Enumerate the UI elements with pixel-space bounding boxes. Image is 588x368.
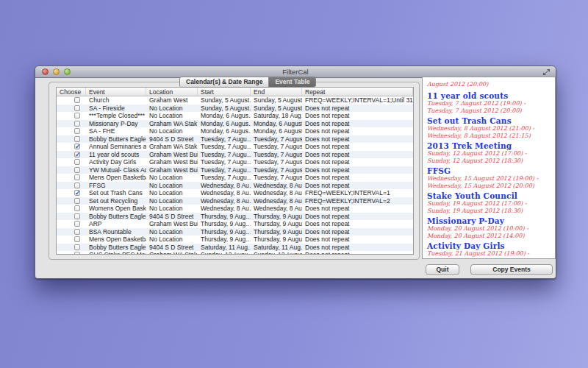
- row-event-cell: Missionary P-Day: [86, 120, 146, 128]
- row-repeat-cell: Does not repeat: [302, 220, 413, 228]
- table-row[interactable]: Set out RecyclingNo LocationWednesday, 8…: [57, 197, 413, 205]
- row-event-cell: SA - Fireside: [86, 105, 146, 113]
- row-checkbox[interactable]: [74, 252, 80, 255]
- event-table-body: ChurchGraham WestSunday, 5 August…Sunday…: [57, 96, 413, 255]
- row-choose-cell: [57, 251, 86, 255]
- row-checkbox[interactable]: [74, 174, 80, 180]
- row-event-cell: Bobby Butters Eagle…: [86, 213, 146, 221]
- table-row[interactable]: Bobby Butters Eagle…9404 S D StreetSatur…: [57, 244, 413, 252]
- preview-event-title: Set out Trash Cans: [427, 116, 551, 125]
- row-checkbox[interactable]: [74, 136, 80, 142]
- row-event-cell: ARP: [86, 220, 146, 228]
- table-row[interactable]: BSA RountableNo LocationThursday, 9 Aug……: [57, 228, 413, 236]
- filtercal-window: FilterCal Calendar(s) & Date Range Event…: [35, 66, 556, 279]
- row-checkbox[interactable]: [74, 198, 80, 204]
- row-end-cell: Saturday, 11 Aug…: [251, 244, 302, 252]
- fullscreen-icon[interactable]: [542, 68, 551, 76]
- row-repeat-cell: Does not repeat: [302, 251, 413, 255]
- preview-event-dates: Wednesday, 8 August 2012 (21:00) - Wedne…: [427, 125, 551, 140]
- row-repeat-cell: Does not repeat: [302, 135, 413, 144]
- row-checkbox[interactable]: [74, 236, 80, 242]
- row-checkbox[interactable]: ✓: [74, 190, 80, 196]
- header-repeat[interactable]: Repeat: [302, 88, 413, 96]
- row-start-cell: Thursday, 9 Aug…: [198, 236, 251, 244]
- row-choose-cell: [57, 135, 86, 144]
- row-location-cell: No Location: [146, 174, 198, 182]
- row-checkbox[interactable]: [74, 244, 80, 250]
- preview-event-dates: Sunday, 12 August 2012 (17:00) - Sunday,…: [427, 150, 551, 165]
- row-start-cell: Thursday, 9 Aug…: [198, 220, 251, 228]
- table-row[interactable]: Missionary P-DayGraham WA Stak…Monday, 6…: [57, 120, 413, 128]
- close-button-icon[interactable]: [42, 68, 49, 75]
- table-row[interactable]: Mens Open BasketballNo LocationThursday,…: [57, 236, 413, 244]
- table-row[interactable]: ✓Annual Seminaries a…Graham WA Stak…Tues…: [57, 143, 413, 151]
- row-start-cell: Monday, 6 Augus…: [198, 112, 251, 120]
- table-row[interactable]: YW Mutual- Class Ac…Graham West Buil…Tue…: [57, 166, 413, 174]
- row-checkbox[interactable]: [74, 97, 80, 103]
- table-row[interactable]: Activity Day GirlsGraham West Buil…Tuesd…: [57, 158, 413, 166]
- view-tabs: Calendar(s) & Date Range Event Table: [179, 77, 316, 88]
- row-repeat-cell: Does not repeat: [302, 166, 413, 174]
- row-location-cell: Graham WA Stak…: [146, 143, 198, 151]
- zoom-button-icon[interactable]: [64, 68, 71, 75]
- header-end[interactable]: End: [251, 88, 302, 96]
- row-checkbox[interactable]: [74, 167, 80, 173]
- table-row[interactable]: SA - FiresideNo LocationSunday, 5 August…: [57, 105, 413, 113]
- row-checkbox[interactable]: [74, 205, 80, 211]
- table-row[interactable]: Womens Open Baske…No LocationWednesday, …: [57, 205, 413, 213]
- table-row[interactable]: ChurchGraham WestSunday, 5 August…Sunday…: [57, 96, 413, 105]
- table-row[interactable]: Mens Open BasketballNo LocationTuesday, …: [57, 174, 413, 182]
- row-start-cell: Thursday, 9 Aug…: [198, 213, 251, 221]
- header-event[interactable]: Event: [86, 88, 146, 96]
- row-repeat-cell: FREQ=WEEKLY;INTERVAL=2: [302, 197, 413, 205]
- row-repeat-cell: FREQ=WEEKLY;INTERVAL=1;Until 31 Dece…: [302, 96, 413, 105]
- row-checkbox[interactable]: [74, 113, 80, 118]
- row-checkbox[interactable]: [74, 183, 80, 188]
- tab-calendars-date-range[interactable]: Calendar(s) & Date Range: [180, 77, 268, 87]
- table-row[interactable]: ARPGraham West Buil…Thursday, 9 Aug…Thur…: [57, 220, 413, 228]
- table-row[interactable]: GHS Stake PEC MeetingGraham WA Stak…Sund…: [57, 251, 413, 255]
- event-table: Choose Event Location Start End Repeat C…: [56, 87, 414, 255]
- row-choose-cell: [57, 244, 86, 252]
- row-repeat-cell: Does not repeat: [302, 112, 413, 120]
- row-checkbox[interactable]: ✓: [74, 152, 80, 158]
- row-choose-cell: [57, 105, 86, 113]
- table-row[interactable]: Bobby Butters Eagle…9404 S D StreetTuesd…: [57, 135, 413, 144]
- row-location-cell: No Location: [146, 228, 198, 236]
- header-choose[interactable]: Choose: [57, 88, 86, 96]
- table-header-row: Choose Event Location Start End Repeat: [57, 88, 413, 96]
- table-row[interactable]: ***Temple Closed***No LocationMonday, 6 …: [57, 112, 413, 120]
- row-event-cell: FFSG: [86, 182, 146, 190]
- row-repeat-cell: FREQ=WEEKLY;INTERVAL=1: [302, 189, 413, 197]
- table-row[interactable]: Bobby Butters Eagle…9404 S D StreetThurs…: [57, 213, 413, 221]
- row-repeat-cell: Does not repeat: [302, 158, 413, 166]
- row-choose-cell: ✓: [57, 151, 86, 159]
- copy-events-button[interactable]: Copy Events: [470, 264, 553, 275]
- table-row[interactable]: ✓11 year old scoutsGraham West Buil…Tues…: [57, 151, 413, 159]
- minimize-button-icon[interactable]: [53, 68, 60, 75]
- row-checkbox[interactable]: [74, 159, 80, 165]
- row-checkbox[interactable]: [74, 121, 80, 127]
- row-event-cell: Activity Day Girls: [86, 158, 146, 166]
- table-row[interactable]: ✓Set out Trash CansNo LocationWednesday,…: [57, 189, 413, 197]
- row-checkbox[interactable]: [74, 128, 80, 134]
- row-checkbox[interactable]: [74, 229, 80, 235]
- row-checkbox[interactable]: [74, 213, 80, 219]
- row-start-cell: Tuesday, 7 Augu…: [198, 151, 251, 159]
- row-repeat-cell: Does not repeat: [302, 182, 413, 190]
- header-location[interactable]: Location: [146, 88, 198, 96]
- table-row[interactable]: SA - FHENo LocationMonday, 6 Augus…Monda…: [57, 127, 413, 135]
- row-checkbox[interactable]: ✓: [74, 144, 80, 149]
- row-start-cell: Saturday, 11 Aug…: [198, 244, 251, 252]
- row-checkbox[interactable]: [74, 221, 80, 227]
- row-end-cell: Tuesday, 7 Augus…: [251, 143, 302, 151]
- row-choose-cell: [57, 174, 86, 182]
- quit-button[interactable]: Quit: [426, 264, 459, 275]
- row-end-cell: Tuesday, 7 Augus…: [251, 166, 302, 174]
- row-checkbox[interactable]: [74, 105, 80, 111]
- table-row[interactable]: FFSGNo LocationWednesday, 8 Au…Wednesday…: [57, 182, 413, 190]
- row-location-cell: 9404 S D Street: [146, 213, 198, 221]
- header-start[interactable]: Start: [198, 88, 251, 96]
- row-start-cell: Tuesday, 7 Augu…: [198, 174, 251, 182]
- tab-event-table[interactable]: Event Table: [268, 77, 315, 87]
